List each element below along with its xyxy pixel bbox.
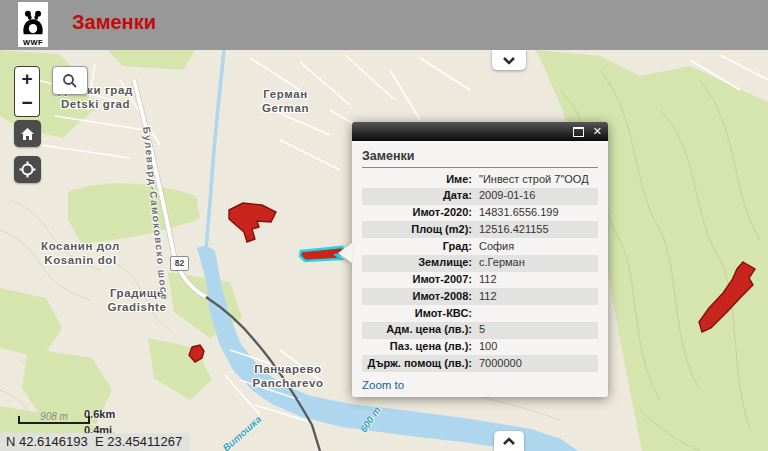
popup-divider <box>362 167 598 168</box>
home-button[interactable] <box>14 120 41 147</box>
road-shield-82: 82 <box>170 256 189 271</box>
zoom-to-link[interactable]: Zoom to <box>362 379 404 391</box>
table-row: Имот-2020:14831.6556.199 <box>362 205 598 222</box>
zoom-in-button[interactable]: + <box>14 66 40 92</box>
maximize-icon[interactable] <box>573 127 584 137</box>
zoom-out-button[interactable]: − <box>14 91 40 117</box>
wwf-panda-icon <box>20 7 46 39</box>
table-row: Землище:с.Герман <box>362 255 598 272</box>
table-row: Държ. помощ (лв.):7000000 <box>362 355 598 372</box>
table-row: Паз. цена (лв.):100 <box>362 339 598 356</box>
search-button[interactable] <box>52 66 88 95</box>
home-icon <box>20 127 35 141</box>
chevron-down-icon <box>502 56 516 65</box>
popup-title: Заменки <box>362 146 598 167</box>
close-icon[interactable]: ✕ <box>593 126 602 137</box>
popup-titlebar[interactable]: ✕ <box>352 122 608 141</box>
table-row: Град:София <box>362 238 598 255</box>
locate-button[interactable] <box>14 156 41 183</box>
chevron-up-icon <box>502 437 516 446</box>
locate-icon <box>19 161 36 178</box>
table-row: Имот-2008:112 <box>362 288 598 305</box>
coordinates-readout: N 42.6146193 E 23.45411267 <box>0 433 190 451</box>
feature-popup: ✕ Заменки Име:"Инвест строй 7"ООД Дата:2… <box>352 122 608 397</box>
popup-body: Заменки Име:"Инвест строй 7"ООД Дата:200… <box>352 141 608 397</box>
search-icon <box>62 73 78 89</box>
popup-callout-arrow <box>338 243 352 263</box>
page-title: Заменки <box>72 0 156 50</box>
table-row: Имот-2007:112 <box>362 272 598 289</box>
table-row: Имот-КВС: <box>362 305 598 322</box>
parcel-large <box>229 203 276 242</box>
app-window: WWF Заменки <box>0 0 768 451</box>
table-row: Име:"Инвест строй 7"ООД <box>362 171 598 188</box>
table-row: Адм. цена (лв.):5 <box>362 322 598 339</box>
scale-bar-label: 908 m <box>24 411 84 422</box>
table-row: Дата:2009-01-16 <box>362 188 598 205</box>
wwf-logo-text: WWF <box>23 39 43 48</box>
attribute-table: Име:"Инвест строй 7"ООД Дата:2009-01-16 … <box>362 171 598 372</box>
app-header: WWF Заменки <box>0 0 768 50</box>
expand-panel-bottom-button[interactable] <box>494 431 524 451</box>
collapse-panel-top-button[interactable] <box>492 50 526 70</box>
table-row: Площ (m2):12516.421155 <box>362 221 598 238</box>
wwf-logo: WWF <box>18 2 48 47</box>
map-canvas[interactable]: Детски градDetski grad ГерманGerman Коса… <box>0 50 768 451</box>
